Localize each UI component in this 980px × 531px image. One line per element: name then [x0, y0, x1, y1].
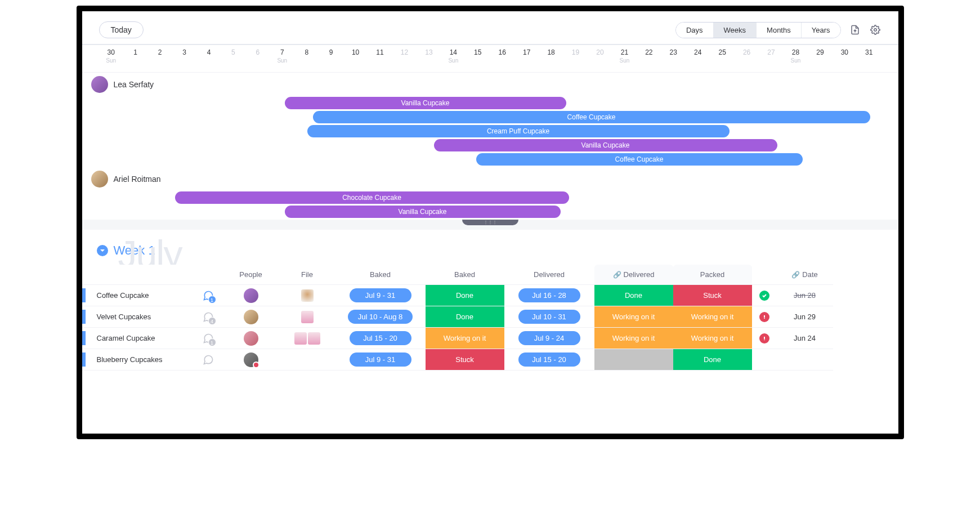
column-header[interactable]: 🔗Date: [777, 265, 833, 285]
baked-date-cell[interactable]: Jul 10 - Aug 8: [335, 306, 426, 328]
ruler-tick: 11: [368, 48, 392, 64]
ruler-tick: 10: [343, 48, 368, 64]
packed-status-cell[interactable]: Done: [673, 349, 752, 371]
lane-header[interactable]: Ariel Roitman: [82, 167, 898, 191]
packed-status-cell[interactable]: Working on it: [673, 328, 752, 349]
pane-resize-handle[interactable]: ⋮⋮⋮: [82, 220, 898, 230]
date-cell[interactable]: Jun 24: [777, 328, 833, 349]
check-icon: [759, 291, 769, 301]
ruler-tick: 24: [686, 48, 710, 64]
column-header[interactable]: [752, 265, 777, 285]
item-name: Coffee Cupcake: [91, 291, 196, 300]
avatar: [244, 288, 258, 303]
column-header[interactable]: File: [279, 265, 335, 285]
delivered-status-cell[interactable]: Working on it: [594, 328, 673, 349]
view-years[interactable]: Years: [801, 23, 840, 38]
ruler-tick: 6: [245, 48, 270, 64]
delivered-date-cell[interactable]: Jul 10 - 31: [504, 306, 594, 328]
timeline-bar[interactable]: Coffee Cupcake: [313, 111, 870, 123]
group-name: Week 1: [114, 243, 155, 258]
file-cell[interactable]: [279, 306, 335, 328]
column-header[interactable]: Delivered: [504, 265, 594, 285]
baked-status-cell[interactable]: Working on it: [426, 328, 504, 349]
baked-status-cell[interactable]: Stuck: [426, 349, 504, 371]
delivered-status-cell[interactable]: Done: [594, 285, 673, 306]
file-thumbnail: [301, 311, 314, 323]
group-header[interactable]: Week 1: [82, 230, 898, 265]
view-segmented-control: DaysWeeksMonthsYears: [675, 22, 841, 38]
date-ruler: 30Sun1234567Sun891011121314Sun1516171819…: [82, 44, 898, 73]
ruler-tick: 25: [710, 48, 734, 64]
delivered-date-cell[interactable]: Jul 15 - 20: [504, 349, 594, 371]
date-cell[interactable]: Jun 28: [777, 285, 833, 306]
people-cell[interactable]: [223, 285, 279, 306]
file-cell[interactable]: [279, 349, 335, 371]
delivered-date-cell[interactable]: Jul 9 - 24: [504, 328, 594, 349]
delivered-status-cell[interactable]: [594, 349, 673, 371]
ruler-tick: 4: [196, 48, 221, 64]
ruler-tick: 30: [833, 48, 857, 64]
view-months[interactable]: Months: [756, 23, 801, 38]
date-status-cell: [752, 285, 777, 306]
group-collapse-icon[interactable]: [97, 245, 108, 256]
date-cell[interactable]: [777, 349, 833, 371]
ruler-tick: 1: [123, 48, 147, 64]
ruler-tick: 21Sun: [612, 48, 637, 64]
lane-header[interactable]: Lea Serfaty: [82, 73, 898, 96]
chat-icon[interactable]: 1: [202, 289, 215, 302]
packed-status-cell[interactable]: Stuck: [673, 285, 752, 306]
baked-date-cell[interactable]: Jul 9 - 31: [335, 349, 426, 371]
ruler-tick: 14Sun: [441, 48, 466, 64]
gear-icon[interactable]: [869, 24, 881, 36]
file-cell[interactable]: [279, 328, 335, 349]
people-cell[interactable]: [223, 328, 279, 349]
ruler-tick: 15: [466, 48, 490, 64]
file-thumbnail: [301, 289, 314, 302]
view-weeks[interactable]: Weeks: [713, 23, 757, 38]
date-cell[interactable]: Jun 29: [777, 306, 833, 328]
item-name: Caramel Cupcake: [91, 334, 196, 342]
chat-icon[interactable]: 1: [202, 332, 215, 345]
ruler-tick: 9: [319, 48, 343, 64]
item-cell[interactable]: Caramel Cupcake1: [82, 328, 223, 349]
chat-icon[interactable]: 4: [202, 310, 215, 324]
chat-count-badge: 1: [208, 296, 216, 304]
item-cell[interactable]: Blueberry Cupcakes: [82, 349, 223, 371]
ruler-tick: 13: [417, 48, 441, 64]
today-button[interactable]: Today: [99, 21, 144, 38]
ruler-tick: 7Sun: [270, 48, 294, 64]
ruler-tick: 27: [759, 48, 783, 64]
export-icon[interactable]: [849, 24, 861, 36]
delivered-date-cell[interactable]: Jul 16 - 28: [504, 285, 594, 306]
view-days[interactable]: Days: [676, 23, 713, 38]
timeline-bar[interactable]: Coffee Cupcake: [476, 153, 803, 166]
ruler-tick: 5: [221, 48, 245, 64]
chat-icon[interactable]: [202, 353, 215, 367]
item-cell[interactable]: Coffee Cupcake1: [82, 285, 223, 306]
timeline-bar[interactable]: Vanilla Cupcake: [285, 97, 566, 109]
baked-date-cell[interactable]: Jul 15 - 20: [335, 328, 426, 349]
packed-status-cell[interactable]: Working on it: [673, 306, 752, 328]
baked-status-cell[interactable]: Done: [426, 285, 504, 306]
timeline-bar[interactable]: Vanilla Cupcake: [285, 206, 561, 218]
timeline-bar[interactable]: Cream Puff Cupcake: [307, 125, 730, 137]
people-cell[interactable]: [223, 349, 279, 371]
ruler-tick: 31: [857, 48, 881, 64]
baked-status-cell[interactable]: Done: [426, 306, 504, 328]
timeline-bar[interactable]: Chocolate Cupcake: [175, 191, 569, 204]
column-header[interactable]: People: [223, 265, 279, 285]
column-header[interactable]: Packed: [673, 265, 752, 285]
people-cell[interactable]: [223, 306, 279, 328]
column-header[interactable]: 🔗Delivered: [594, 265, 673, 285]
item-name: Velvet Cupcakes: [91, 313, 196, 321]
item-cell[interactable]: Velvet Cupcakes4: [82, 306, 223, 328]
column-header[interactable]: Baked: [335, 265, 426, 285]
ruler-tick: 29: [808, 48, 832, 64]
ruler-tick: 20: [588, 48, 612, 64]
file-thumbnail: [294, 332, 307, 345]
baked-date-cell[interactable]: Jul 9 - 31: [335, 285, 426, 306]
timeline-bar[interactable]: Vanilla Cupcake: [434, 139, 777, 151]
delivered-status-cell[interactable]: Working on it: [594, 306, 673, 328]
column-header[interactable]: Baked: [426, 265, 504, 285]
file-cell[interactable]: [279, 285, 335, 306]
